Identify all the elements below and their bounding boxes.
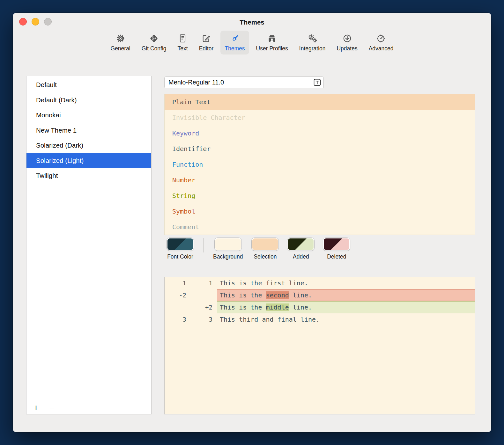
swatch-background[interactable] [215,238,241,251]
diff-row-added: +2This is the middle line. [165,301,475,313]
diff-gutter-left: 3 [165,313,191,325]
swatch-label: Added [293,253,309,260]
diff-gutter-right: 3 [191,313,217,325]
theme-token-preview: Plain TextInvisible CharacterKeywordIden… [164,94,475,235]
theme-list-item-solarized-dark[interactable]: Solarized (Dark) [26,138,151,153]
toolbar-item-themes[interactable]: Themes [220,31,249,55]
diff-preview: 11This is the first line.-2This is the s… [164,277,475,414]
toolbar-item-label: Advanced [369,45,394,52]
toolbar-item-label: User Profiles [256,45,288,52]
diff-line-text: This is the second line. [217,289,475,301]
swatch-group-font-color: Font Color [167,238,194,260]
font-panel-T-icon[interactable] [314,79,321,86]
swatch-label: Font Color [167,253,193,260]
remove-theme-button[interactable]: − [48,403,56,413]
theme-list-item-default-dark[interactable]: Default (Dark) [26,92,151,108]
swatch-group-background: Background [213,238,243,260]
advanced-dial-icon [376,33,386,43]
sidebar-actions: + − [32,403,56,413]
diff-line-text: This is the middle line. [217,301,475,313]
toolbar-item-git-config[interactable]: Git Config [137,31,171,55]
add-theme-button[interactable]: + [32,403,41,413]
swatch-label: Deleted [327,253,346,260]
toolbar-item-editor[interactable]: Editor [195,31,218,55]
preview-token-function[interactable]: Function [165,157,475,172]
color-swatch-row: Font ColorBackgroundSelectionAddedDelete… [167,238,350,260]
swatch-font-color[interactable] [167,238,194,251]
diff-gutter-right: +2 [191,301,217,313]
diff-line-text: This is the first line. [217,277,475,289]
theme-list-item-new-theme-1[interactable]: New Theme 1 [26,123,151,138]
toolbar-item-general[interactable]: General [106,31,134,55]
diff-gutter-left: 1 [165,277,191,289]
titlebar: Themes [13,13,491,31]
toolbar-item-label: Integration [299,45,326,52]
font-value: Menlo-Regular 11.0 [168,79,314,86]
toolbar: General Git Config Text Editor Themes Us… [13,31,491,63]
diff-row-deleted: -2This is the second line. [165,289,475,301]
toolbar-item-label: Updates [337,45,357,52]
diff-gutter-left [165,301,191,313]
font-field[interactable]: Menlo-Regular 11.0 [164,77,324,88]
theme-list-item-monokai[interactable]: Monokai [26,107,151,123]
toolbar-item-label: Editor [199,45,214,52]
toolbar-item-user-profiles[interactable]: User Profiles [252,31,292,55]
preview-token-keyword[interactable]: Keyword [165,126,475,141]
preview-token-symbol[interactable]: Symbol [165,204,475,219]
toolbar-item-label: Themes [225,45,245,52]
editor-pencil-icon [201,33,211,43]
toolbar-item-updates[interactable]: Updates [332,31,361,55]
updates-download-icon [342,33,352,43]
toolbar-item-label: Text [178,45,188,52]
swatch-label: Selection [254,253,277,260]
text-document-icon [178,33,188,43]
preview-token-plain-text[interactable]: Plain Text [165,94,475,110]
swatch-selection[interactable] [252,238,278,251]
diff-word-highlight: middle [266,303,289,311]
theme-sidebar: DefaultDefault (Dark)MonokaiNew Theme 1S… [26,76,152,414]
diff-row-normal: 33This third and final line. [165,313,475,325]
diff-line-text: This third and final line. [217,313,475,325]
integration-gears-icon [308,33,317,43]
toolbar-item-integration[interactable]: Integration [295,31,330,55]
diff-gutter-left: -2 [165,289,191,301]
swatch-divider [203,238,204,252]
preview-token-string[interactable]: String [165,188,475,204]
gear-icon [115,33,125,43]
swatch-label: Background [213,253,243,260]
preferences-window: Themes General Git Config Text Editor Th… [13,13,491,432]
toolbar-item-advanced[interactable]: Advanced [365,31,398,55]
toolbar-item-label: Git Config [142,45,167,52]
theme-detail-panel: Menlo-Regular 11.0 Plain TextInvisible C… [164,76,475,414]
preview-token-comment[interactable]: Comment [165,219,475,235]
swatch-added[interactable] [287,238,314,251]
toolbar-item-label: General [110,45,130,52]
diff-word-highlight: second [266,291,289,299]
swatch-deleted[interactable] [323,238,350,251]
theme-list-item-twilight[interactable]: Twilight [26,168,151,183]
window-title: Themes [13,13,491,31]
swatch-group-deleted: Deleted [323,238,350,260]
preview-token-number[interactable]: Number [165,172,475,188]
git-branch-icon [149,33,159,43]
toolbar-item-text[interactable]: Text [174,31,192,55]
diff-gutter-right: 1 [191,277,217,289]
swatch-group-selection: Selection [252,238,278,260]
theme-list-item-solarized-light[interactable]: Solarized (Light) [26,153,151,168]
swatch-group-added: Added [287,238,314,260]
theme-list: DefaultDefault (Dark)MonokaiNew Theme 1S… [26,76,151,183]
themes-brush-icon [230,33,240,43]
preview-token-identifier[interactable]: Identifier [165,141,475,157]
theme-list-item-default[interactable]: Default [26,77,151,92]
diff-gutter-right [191,289,217,301]
preview-token-invisible-character[interactable]: Invisible Character [165,110,475,126]
user-profiles-icon [267,33,277,43]
diff-row-normal: 11This is the first line. [165,277,475,289]
